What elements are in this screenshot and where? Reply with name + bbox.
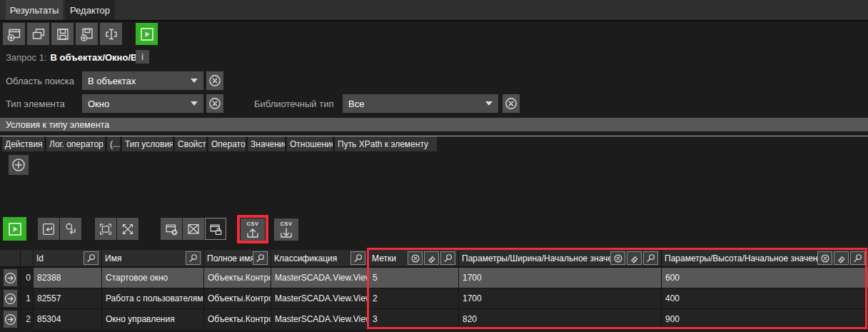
cell-tags[interactable]: 2: [369, 288, 458, 308]
cell-height[interactable]: 900: [662, 309, 868, 329]
save-query-button[interactable]: [51, 23, 74, 45]
csv-import-button[interactable]: CSV: [241, 218, 265, 241]
cond-col-actions: Действия: [2, 136, 44, 151]
csv-export-button[interactable]: CSV: [274, 218, 298, 241]
table-row[interactable]: 2 85304 Окно управления Объекты.Контроль…: [0, 309, 868, 329]
search-area-clear-button[interactable]: [206, 71, 223, 90]
find-and-go-button[interactable]: [60, 218, 81, 240]
clear-x-icon: [820, 253, 830, 263]
clear-x-icon: [208, 96, 222, 111]
go-to-row-element-button[interactable]: [4, 290, 17, 307]
column-header-height[interactable]: Параметры/Высота/Начальное значение: [662, 250, 868, 266]
cell-classification[interactable]: MasterSCADA.View.View: [271, 288, 368, 308]
save-icon: [54, 26, 71, 43]
reset-columns-button[interactable]: [183, 218, 204, 240]
chevron-down-icon: [191, 101, 198, 106]
filter-search-button[interactable]: [84, 251, 99, 265]
cell-full-name[interactable]: Объекты.Контроль: [204, 268, 271, 288]
cell-full-name[interactable]: Объекты.Контроль: [204, 288, 271, 308]
edit-filter-button[interactable]: [627, 251, 642, 265]
go-to-element-button[interactable]: [38, 218, 59, 240]
cell-classification[interactable]: MasterSCADA.View.View: [271, 309, 368, 329]
magnifier-icon: [255, 253, 266, 263]
table-row[interactable]: 1 82557 Работа с пользователями Объекты.…: [0, 288, 868, 308]
header-rownum: [21, 250, 33, 266]
library-type-dropdown[interactable]: Все: [343, 94, 498, 113]
filter-search-button[interactable]: [186, 251, 201, 265]
column-header-tags[interactable]: Метки: [369, 250, 458, 266]
cell-tags[interactable]: 5: [369, 268, 458, 288]
cond-col-operator: Оператор: [208, 136, 246, 151]
new-query-button[interactable]: [3, 23, 25, 45]
magnifier-icon: [852, 253, 863, 263]
save-query-as-button[interactable]: [76, 23, 98, 45]
cell-id[interactable]: 82388: [34, 268, 101, 288]
clear-filter-button[interactable]: [610, 251, 625, 265]
cell-name[interactable]: Окно управления: [102, 309, 203, 329]
filter-search-button[interactable]: [440, 251, 455, 265]
cond-col-value: Значение: [248, 136, 285, 151]
magnifier-icon: [353, 253, 363, 263]
lock-columns-button[interactable]: [205, 218, 226, 240]
filter-search-button[interactable]: [850, 251, 865, 265]
cell-name[interactable]: Стартовое окно: [102, 268, 203, 288]
edit-filter-button[interactable]: [424, 251, 439, 265]
edit-filter-button[interactable]: [834, 251, 849, 265]
clear-x-icon: [410, 253, 420, 263]
library-type-clear-button[interactable]: [503, 94, 520, 113]
cell-height[interactable]: 600: [662, 268, 868, 288]
table-row[interactable]: 0 82388 Стартовое окно Объекты.Контроль …: [0, 268, 868, 288]
element-type-clear-button[interactable]: [206, 94, 223, 113]
clear-x-icon: [504, 96, 518, 111]
query-label: Запрос 1:: [6, 52, 47, 63]
cell-name[interactable]: Работа с пользователями: [102, 288, 203, 308]
search-enter-icon: [63, 221, 79, 237]
cell-width[interactable]: 820: [459, 309, 661, 329]
conditions-header-row: Действия Лог. оператор (...) Тип условия…: [0, 136, 868, 151]
run-results-button[interactable]: [3, 217, 26, 241]
cell-full-name[interactable]: Объекты.Контроль: [204, 309, 271, 329]
expand-columns-button[interactable]: [95, 218, 116, 240]
tab-strip: Результаты Редактор: [0, 0, 868, 20]
collapse-columns-button[interactable]: [117, 218, 138, 240]
library-type-value: Все: [348, 99, 364, 109]
tab-results[interactable]: Результаты: [6, 0, 63, 20]
column-header-classification[interactable]: Классификация: [271, 250, 368, 266]
cond-col-logic-operator: Лог. оператор: [46, 136, 105, 151]
clear-filter-button[interactable]: [408, 251, 423, 265]
cell-id[interactable]: 82557: [34, 288, 101, 308]
cell-tags[interactable]: 3: [369, 309, 458, 329]
cell-height[interactable]: 400: [662, 288, 868, 308]
copy-query-button[interactable]: [27, 23, 49, 45]
filter-search-button[interactable]: [643, 251, 658, 265]
circle-arrow-right-icon: [4, 292, 17, 306]
filter-search-button[interactable]: [253, 251, 268, 265]
eraser-icon: [630, 253, 640, 263]
go-to-row-element-button[interactable]: [4, 269, 17, 286]
cell-id[interactable]: 85304: [34, 309, 101, 329]
cell-width[interactable]: 1700: [459, 268, 661, 288]
tab-editor[interactable]: Редактор: [65, 0, 115, 20]
clear-filter-button[interactable]: [817, 251, 832, 265]
column-header-name[interactable]: Имя: [102, 250, 203, 266]
go-to-row-element-button[interactable]: [4, 311, 17, 328]
column-header-width[interactable]: Параметры/Ширина/Начальное значение: [459, 250, 661, 266]
magnifier-icon: [443, 253, 453, 263]
save-plus-icon: [79, 26, 96, 43]
rename-query-button[interactable]: [100, 23, 122, 45]
run-query-button[interactable]: [136, 23, 158, 45]
cell-classification[interactable]: MasterSCADA.View.View: [271, 268, 368, 288]
cell-width[interactable]: 1700: [459, 288, 661, 308]
query-editor-window: Результаты Редактор Запрос 1: В объе: [0, 0, 868, 332]
cond-col-condition-type: Тип условия: [122, 136, 173, 151]
filter-search-button[interactable]: [350, 251, 365, 265]
csv-download-arrow-icon: [278, 227, 294, 238]
column-header-full-name[interactable]: Полное имя: [204, 250, 271, 266]
query-info-button[interactable]: i: [136, 50, 149, 64]
add-condition-button[interactable]: [9, 155, 29, 175]
column-settings-button[interactable]: [161, 218, 182, 240]
search-area-dropdown[interactable]: В объектах: [82, 71, 203, 90]
element-type-dropdown[interactable]: Окно: [82, 94, 203, 113]
magnifier-icon: [188, 253, 198, 263]
column-header-id[interactable]: Id: [34, 250, 101, 266]
